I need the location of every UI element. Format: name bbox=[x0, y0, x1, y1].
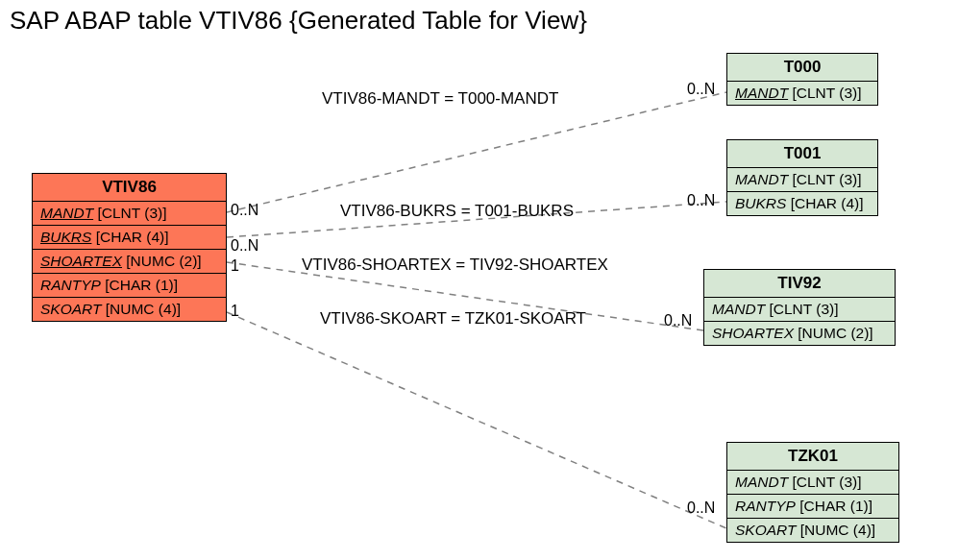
entity-tiv92: TIV92 MANDT [CLNT (3)] SHOARTEX [NUMC (2… bbox=[703, 269, 896, 346]
entity-row: MANDT [CLNT (3)] bbox=[727, 471, 898, 495]
cardinality-label: 1 bbox=[231, 303, 239, 320]
relationship-label: VTIV86-BUKRS = T001-BUKRS bbox=[340, 202, 574, 221]
entity-row: SKOART [NUMC (4)] bbox=[33, 298, 226, 321]
entity-row: BUKRS [CHAR (4)] bbox=[33, 226, 226, 250]
entity-row: MANDT [CLNT (3)] bbox=[33, 202, 226, 226]
cardinality-label: 0..N bbox=[231, 202, 258, 219]
relationship-label: VTIV86-MANDT = T000-MANDT bbox=[322, 89, 558, 109]
entity-vtiv86: VTIV86 MANDT [CLNT (3)] BUKRS [CHAR (4)]… bbox=[32, 173, 227, 322]
svg-line-3 bbox=[227, 312, 726, 528]
entity-row: RANTYP [CHAR (1)] bbox=[33, 274, 226, 298]
diagram-title: SAP ABAP table VTIV86 {Generated Table f… bbox=[10, 6, 587, 36]
entity-row: MANDT [CLNT (3)] bbox=[727, 82, 877, 105]
svg-line-0 bbox=[227, 92, 726, 212]
cardinality-label: 0..N bbox=[664, 312, 692, 329]
entity-row: MANDT [CLNT (3)] bbox=[727, 168, 877, 192]
entity-tzk01: TZK01 MANDT [CLNT (3)] RANTYP [CHAR (1)]… bbox=[726, 442, 899, 543]
relationship-label: VTIV86-SKOART = TZK01-SKOART bbox=[320, 309, 586, 329]
cardinality-label: 0..N bbox=[687, 499, 715, 517]
entity-row: SKOART [NUMC (4)] bbox=[727, 519, 898, 542]
entity-header: TIV92 bbox=[704, 270, 895, 298]
cardinality-label: 0..N bbox=[231, 237, 258, 255]
cardinality-label: 1 bbox=[231, 257, 239, 275]
entity-header: VTIV86 bbox=[33, 174, 226, 202]
cardinality-label: 0..N bbox=[687, 81, 715, 98]
entity-header: T001 bbox=[727, 140, 877, 168]
entity-row: SHOARTEX [NUMC (2)] bbox=[704, 322, 895, 345]
cardinality-label: 0..N bbox=[687, 192, 715, 209]
entity-row: BUKRS [CHAR (4)] bbox=[727, 192, 877, 215]
entity-t001: T001 MANDT [CLNT (3)] BUKRS [CHAR (4)] bbox=[726, 139, 878, 216]
relationship-label: VTIV86-SHOARTEX = TIV92-SHOARTEX bbox=[302, 256, 608, 275]
entity-row: RANTYP [CHAR (1)] bbox=[727, 495, 898, 519]
entity-row: MANDT [CLNT (3)] bbox=[704, 298, 895, 322]
entity-row: SHOARTEX [NUMC (2)] bbox=[33, 250, 226, 274]
entity-header: T000 bbox=[727, 54, 877, 82]
entity-t000: T000 MANDT [CLNT (3)] bbox=[726, 53, 878, 106]
entity-header: TZK01 bbox=[727, 443, 898, 471]
